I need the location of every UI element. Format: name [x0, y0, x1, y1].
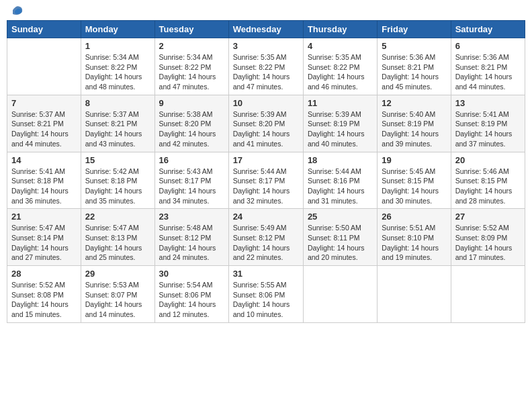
- calendar-cell: 29Sunrise: 5:53 AM Sunset: 8:07 PM Dayli…: [81, 266, 154, 323]
- calendar-cell: 21Sunrise: 5:47 AM Sunset: 8:14 PM Dayli…: [7, 209, 81, 266]
- day-info: Sunrise: 5:54 AM Sunset: 8:06 PM Dayligh…: [159, 280, 224, 320]
- calendar-cell: 8Sunrise: 5:37 AM Sunset: 8:21 PM Daylig…: [81, 95, 154, 152]
- day-number: 24: [233, 212, 299, 222]
- calendar-cell: 14Sunrise: 5:41 AM Sunset: 8:18 PM Dayli…: [7, 152, 81, 209]
- calendar-cell: [378, 266, 451, 323]
- day-number: 20: [455, 155, 521, 165]
- day-number: 6: [455, 41, 521, 51]
- calendar-cell: 3Sunrise: 5:35 AM Sunset: 8:22 PM Daylig…: [228, 38, 303, 95]
- calendar-cell: 11Sunrise: 5:39 AM Sunset: 8:19 PM Dayli…: [303, 95, 377, 152]
- day-number: 16: [159, 155, 224, 165]
- day-number: 2: [159, 41, 224, 51]
- day-info: Sunrise: 5:44 AM Sunset: 8:17 PM Dayligh…: [233, 167, 299, 206]
- day-number: 25: [308, 212, 373, 222]
- calendar-cell: 19Sunrise: 5:45 AM Sunset: 8:15 PM Dayli…: [378, 152, 451, 209]
- calendar-cell: 9Sunrise: 5:38 AM Sunset: 8:20 PM Daylig…: [154, 95, 228, 152]
- day-info: Sunrise: 5:37 AM Sunset: 8:21 PM Dayligh…: [85, 109, 150, 149]
- day-number: 17: [233, 155, 299, 165]
- day-info: Sunrise: 5:51 AM Sunset: 8:10 PM Dayligh…: [382, 223, 446, 263]
- calendar-cell: 16Sunrise: 5:43 AM Sunset: 8:17 PM Dayli…: [154, 152, 228, 209]
- calendar-week-row: 7Sunrise: 5:37 AM Sunset: 8:21 PM Daylig…: [7, 95, 525, 152]
- calendar-cell: 18Sunrise: 5:44 AM Sunset: 8:16 PM Dayli…: [303, 152, 377, 209]
- calendar-cell: 2Sunrise: 5:34 AM Sunset: 8:22 PM Daylig…: [154, 38, 228, 95]
- calendar-cell: 12Sunrise: 5:40 AM Sunset: 8:19 PM Dayli…: [378, 95, 451, 152]
- day-number: 13: [455, 98, 521, 108]
- day-number: 26: [382, 212, 446, 222]
- day-info: Sunrise: 5:35 AM Sunset: 8:22 PM Dayligh…: [233, 52, 299, 92]
- day-info: Sunrise: 5:41 AM Sunset: 8:18 PM Dayligh…: [11, 167, 77, 206]
- calendar-cell: 23Sunrise: 5:48 AM Sunset: 8:12 PM Dayli…: [154, 209, 228, 266]
- calendar-cell: [451, 266, 525, 323]
- weekday-header-monday: Monday: [81, 21, 154, 38]
- calendar-cell: 15Sunrise: 5:42 AM Sunset: 8:18 PM Dayli…: [81, 152, 154, 209]
- day-info: Sunrise: 5:48 AM Sunset: 8:12 PM Dayligh…: [159, 223, 224, 263]
- day-number: 18: [308, 155, 373, 165]
- day-info: Sunrise: 5:35 AM Sunset: 8:22 PM Dayligh…: [308, 52, 373, 92]
- day-info: Sunrise: 5:34 AM Sunset: 8:22 PM Dayligh…: [85, 52, 150, 92]
- weekday-header-wednesday: Wednesday: [228, 21, 303, 38]
- page-header: [7, 7, 525, 16]
- day-number: 12: [382, 98, 446, 108]
- day-number: 27: [455, 212, 521, 222]
- day-info: Sunrise: 5:45 AM Sunset: 8:15 PM Dayligh…: [382, 167, 446, 206]
- day-info: Sunrise: 5:47 AM Sunset: 8:14 PM Dayligh…: [11, 223, 77, 263]
- weekday-header-row: SundayMondayTuesdayWednesdayThursdayFrid…: [7, 21, 525, 38]
- calendar-week-row: 1Sunrise: 5:34 AM Sunset: 8:22 PM Daylig…: [7, 38, 525, 95]
- day-number: 14: [11, 155, 77, 165]
- calendar-week-row: 21Sunrise: 5:47 AM Sunset: 8:14 PM Dayli…: [7, 209, 525, 266]
- day-number: 8: [85, 98, 150, 108]
- day-info: Sunrise: 5:39 AM Sunset: 8:20 PM Dayligh…: [233, 109, 299, 149]
- calendar-cell: 4Sunrise: 5:35 AM Sunset: 8:22 PM Daylig…: [303, 38, 377, 95]
- calendar-cell: 10Sunrise: 5:39 AM Sunset: 8:20 PM Dayli…: [228, 95, 303, 152]
- day-number: 9: [159, 98, 224, 108]
- calendar-cell: 1Sunrise: 5:34 AM Sunset: 8:22 PM Daylig…: [81, 38, 154, 95]
- logo: [9, 7, 23, 16]
- day-info: Sunrise: 5:49 AM Sunset: 8:12 PM Dayligh…: [233, 223, 299, 263]
- calendar-cell: 30Sunrise: 5:54 AM Sunset: 8:06 PM Dayli…: [154, 266, 228, 323]
- day-number: 23: [159, 212, 224, 222]
- day-number: 15: [85, 155, 150, 165]
- day-number: 3: [233, 41, 299, 51]
- calendar-cell: 25Sunrise: 5:50 AM Sunset: 8:11 PM Dayli…: [303, 209, 377, 266]
- day-number: 29: [85, 269, 150, 279]
- day-number: 7: [11, 98, 77, 108]
- day-number: 30: [159, 269, 224, 279]
- calendar-cell: 27Sunrise: 5:52 AM Sunset: 8:09 PM Dayli…: [451, 209, 525, 266]
- calendar-cell: 7Sunrise: 5:37 AM Sunset: 8:21 PM Daylig…: [7, 95, 81, 152]
- day-info: Sunrise: 5:37 AM Sunset: 8:21 PM Dayligh…: [11, 109, 77, 149]
- day-info: Sunrise: 5:34 AM Sunset: 8:22 PM Dayligh…: [159, 52, 224, 92]
- calendar-cell: 5Sunrise: 5:36 AM Sunset: 8:21 PM Daylig…: [378, 38, 451, 95]
- day-number: 1: [85, 41, 150, 51]
- weekday-header-friday: Friday: [378, 21, 451, 38]
- weekday-header-tuesday: Tuesday: [154, 21, 228, 38]
- calendar-table: SundayMondayTuesdayWednesdayThursdayFrid…: [7, 20, 525, 323]
- day-info: Sunrise: 5:36 AM Sunset: 8:21 PM Dayligh…: [455, 52, 521, 92]
- day-info: Sunrise: 5:46 AM Sunset: 8:15 PM Dayligh…: [455, 167, 521, 206]
- day-number: 19: [382, 155, 446, 165]
- day-info: Sunrise: 5:43 AM Sunset: 8:17 PM Dayligh…: [159, 167, 224, 206]
- day-number: 21: [11, 212, 77, 222]
- calendar-cell: [303, 266, 377, 323]
- day-info: Sunrise: 5:38 AM Sunset: 8:20 PM Dayligh…: [159, 109, 224, 149]
- day-info: Sunrise: 5:42 AM Sunset: 8:18 PM Dayligh…: [85, 167, 150, 206]
- day-info: Sunrise: 5:53 AM Sunset: 8:07 PM Dayligh…: [85, 280, 150, 320]
- calendar-cell: 22Sunrise: 5:47 AM Sunset: 8:13 PM Dayli…: [81, 209, 154, 266]
- calendar-cell: 13Sunrise: 5:41 AM Sunset: 8:19 PM Dayli…: [451, 95, 525, 152]
- calendar-cell: 20Sunrise: 5:46 AM Sunset: 8:15 PM Dayli…: [451, 152, 525, 209]
- day-number: 31: [233, 269, 299, 279]
- day-info: Sunrise: 5:39 AM Sunset: 8:19 PM Dayligh…: [308, 109, 373, 149]
- day-number: 28: [11, 269, 77, 279]
- day-info: Sunrise: 5:40 AM Sunset: 8:19 PM Dayligh…: [382, 109, 446, 149]
- calendar-cell: 26Sunrise: 5:51 AM Sunset: 8:10 PM Dayli…: [378, 209, 451, 266]
- day-info: Sunrise: 5:41 AM Sunset: 8:19 PM Dayligh…: [455, 109, 521, 149]
- calendar-cell: [7, 38, 81, 95]
- day-info: Sunrise: 5:50 AM Sunset: 8:11 PM Dayligh…: [308, 223, 373, 263]
- day-info: Sunrise: 5:52 AM Sunset: 8:08 PM Dayligh…: [11, 280, 77, 320]
- calendar-cell: 28Sunrise: 5:52 AM Sunset: 8:08 PM Dayli…: [7, 266, 81, 323]
- calendar-cell: 6Sunrise: 5:36 AM Sunset: 8:21 PM Daylig…: [451, 38, 525, 95]
- logo-icon: [11, 4, 23, 16]
- day-info: Sunrise: 5:44 AM Sunset: 8:16 PM Dayligh…: [308, 167, 373, 206]
- day-number: 10: [233, 98, 299, 108]
- day-info: Sunrise: 5:55 AM Sunset: 8:06 PM Dayligh…: [233, 280, 299, 320]
- day-number: 11: [308, 98, 373, 108]
